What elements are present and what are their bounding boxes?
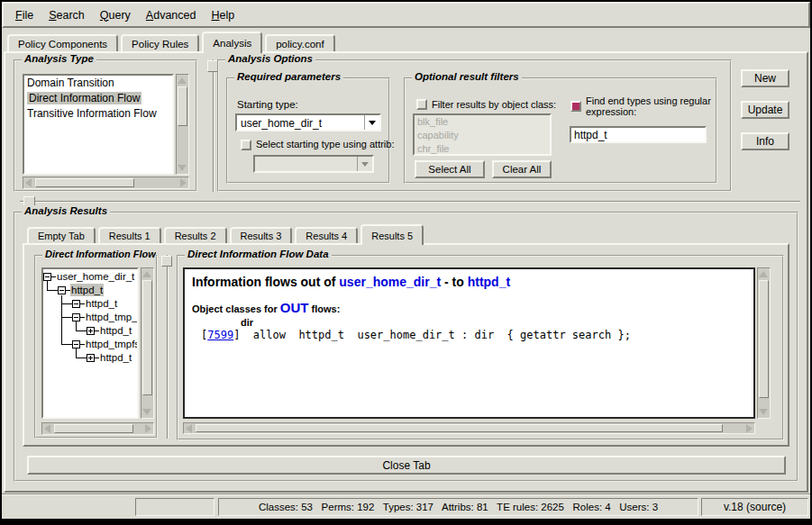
scroll-down-icon[interactable] bbox=[178, 165, 187, 171]
rule-line: [7599] allow httpd_t user_home_dir_t : d… bbox=[201, 329, 746, 341]
list-item-direct-information-flow[interactable]: Direct Information Flow bbox=[24, 91, 172, 106]
combo-dropdown-button[interactable] bbox=[364, 115, 379, 130]
tree-collapse-icon[interactable] bbox=[58, 286, 66, 294]
object-class-listbox-disabled: blk_file capability chr_file bbox=[413, 113, 552, 156]
scroll-left-icon[interactable] bbox=[186, 424, 192, 433]
menu-item-query[interactable]: Query bbox=[100, 9, 131, 22]
tree-hscrollbar[interactable] bbox=[41, 422, 154, 435]
tree-collapse-icon[interactable] bbox=[72, 313, 80, 321]
tree-node[interactable]: httpd_t bbox=[85, 297, 118, 310]
analysis-options-title: Analysis Options bbox=[225, 53, 315, 64]
tree-node[interactable]: httpd_t bbox=[99, 324, 132, 337]
status-empty-box bbox=[135, 498, 214, 516]
scrollbar-thumb[interactable] bbox=[54, 424, 133, 433]
tab-results-4[interactable]: Results 4 bbox=[295, 227, 358, 243]
tree-collapse-icon[interactable] bbox=[72, 340, 80, 348]
scroll-right-icon[interactable] bbox=[145, 424, 151, 433]
list-item-domain-transition[interactable]: Domain Transition bbox=[24, 76, 172, 91]
tree-collapse-icon[interactable] bbox=[43, 273, 51, 281]
tab-results-1[interactable]: Results 1 bbox=[98, 227, 161, 243]
scroll-down-icon[interactable] bbox=[142, 409, 151, 415]
tab-results-3[interactable]: Results 3 bbox=[230, 227, 293, 243]
optional-filters-title: Optional result filters bbox=[412, 71, 522, 82]
menu-item-advanced[interactable]: Advanced bbox=[146, 9, 196, 22]
pane-sash-line bbox=[167, 255, 169, 439]
filter-by-class-checkbox[interactable] bbox=[416, 99, 427, 110]
tree-node[interactable]: httpd_tmp_t bbox=[85, 311, 139, 323]
attrib-checkbox-label[interactable]: Select starting type using attrib: bbox=[256, 139, 394, 149]
statusbar-separator bbox=[0, 493, 812, 495]
scrollbar-thumb[interactable] bbox=[142, 280, 152, 395]
scroll-left-icon[interactable] bbox=[44, 424, 50, 433]
required-parameters-title: Required parameters bbox=[234, 71, 343, 82]
menu-item-file[interactable]: File bbox=[15, 9, 33, 22]
scroll-left-icon[interactable] bbox=[25, 178, 32, 187]
window-border bbox=[0, 0, 2, 525]
attrib-checkbox[interactable] bbox=[241, 140, 251, 150]
menu-item-help[interactable]: Help bbox=[211, 9, 234, 22]
required-parameters-panel: Required parameters Starting type: user_… bbox=[226, 77, 390, 184]
tree-connector bbox=[76, 358, 87, 358]
starting-type-label: Starting type: bbox=[237, 99, 298, 110]
flow-tree[interactable]: user_home_dir_t httpd_t httpd_t httpd_tm… bbox=[41, 267, 139, 419]
starting-type-combobox[interactable]: user_home_dir_t bbox=[235, 113, 381, 131]
object-classes-line: Object classes for OUT flows: bbox=[192, 300, 746, 315]
analysis-type-listbox[interactable]: Domain Transition Direct Information Flo… bbox=[23, 74, 174, 175]
data-vscrollbar[interactable] bbox=[757, 267, 771, 419]
tab-analysis[interactable]: Analysis bbox=[202, 32, 262, 53]
regex-label-line1[interactable]: Find end types using regular bbox=[586, 95, 711, 106]
analysis-type-title: Analysis Type bbox=[22, 53, 96, 64]
new-button[interactable]: New bbox=[741, 69, 789, 87]
tab-policy-conf[interactable]: policy.conf bbox=[265, 34, 334, 51]
regex-input[interactable] bbox=[570, 126, 707, 143]
close-tab-button[interactable]: Close Tab bbox=[27, 456, 786, 475]
update-button[interactable]: Update bbox=[741, 101, 789, 119]
scroll-up-icon[interactable] bbox=[142, 271, 151, 277]
analysis-type-hscrollbar[interactable] bbox=[23, 177, 189, 189]
analysis-type-vscrollbar[interactable] bbox=[176, 74, 189, 175]
tab-results-5[interactable]: Results 5 bbox=[360, 224, 424, 245]
tab-results-2[interactable]: Results 2 bbox=[164, 227, 227, 243]
starting-type-value: user_home_dir_t bbox=[237, 115, 364, 130]
clear-all-button[interactable]: Clear All bbox=[492, 160, 552, 178]
list-item-transitive-information-flow[interactable]: Transitive Information Flow bbox=[24, 106, 172, 122]
object-class-name: dir bbox=[241, 317, 746, 328]
regex-label-line2[interactable]: expression: bbox=[586, 106, 636, 117]
info-button[interactable]: Info bbox=[741, 132, 789, 150]
scroll-up-icon[interactable] bbox=[759, 271, 768, 277]
tab-empty[interactable]: Empty Tab bbox=[27, 227, 96, 243]
scroll-right-icon[interactable] bbox=[746, 424, 753, 433]
filter-by-class-label[interactable]: Filter results by object class: bbox=[432, 99, 556, 110]
chevron-down-icon bbox=[369, 121, 376, 125]
scroll-down-icon[interactable] bbox=[759, 409, 768, 415]
tree-node[interactable]: user_home_dir_t bbox=[56, 270, 135, 283]
tree-node[interactable]: httpd_tmpfs_t bbox=[85, 338, 139, 350]
scrollbar-thumb[interactable] bbox=[759, 280, 769, 398]
tree-expand-icon[interactable] bbox=[87, 327, 95, 335]
tree-expand-icon[interactable] bbox=[87, 354, 95, 362]
tab-policy-components[interactable]: Policy Components bbox=[7, 34, 118, 51]
analysis-results-title: Analysis Results bbox=[22, 205, 110, 216]
scrollbar-thumb[interactable] bbox=[178, 86, 187, 126]
flow-tree-title: Direct Information Flow T bbox=[42, 249, 156, 259]
pane-sash-handle[interactable] bbox=[161, 256, 172, 267]
rule-number-link[interactable]: 7599 bbox=[207, 329, 233, 341]
regex-checkbox[interactable] bbox=[570, 101, 581, 112]
tree-node[interactable]: httpd_t bbox=[99, 351, 132, 364]
scroll-up-icon[interactable] bbox=[178, 77, 187, 84]
select-all-button[interactable]: Select All bbox=[415, 160, 485, 178]
analysis-options-panel: Analysis Options Required parameters Sta… bbox=[217, 59, 732, 192]
scrollbar-thumb[interactable] bbox=[35, 178, 134, 187]
tree-collapse-icon[interactable] bbox=[72, 300, 80, 308]
tab-policy-rules[interactable]: Policy Rules bbox=[121, 34, 199, 51]
flow-data-text[interactable]: Information flows out of user_home_dir_t… bbox=[183, 267, 755, 419]
tree-node-selected[interactable]: httpd_t bbox=[70, 284, 104, 296]
scroll-right-icon[interactable] bbox=[180, 178, 187, 187]
scrollbar-thumb[interactable] bbox=[196, 424, 723, 432]
data-hscrollbar[interactable] bbox=[183, 422, 755, 434]
tree-vscrollbar[interactable] bbox=[141, 267, 154, 419]
menu-item-search[interactable]: Search bbox=[49, 9, 85, 22]
results-tab-bar: Empty Tab Results 1 Results 2 Results 3 … bbox=[27, 223, 426, 243]
tree-connector bbox=[61, 344, 72, 345]
main-tab-bar: Policy Components Policy Rules Analysis … bbox=[7, 32, 338, 51]
